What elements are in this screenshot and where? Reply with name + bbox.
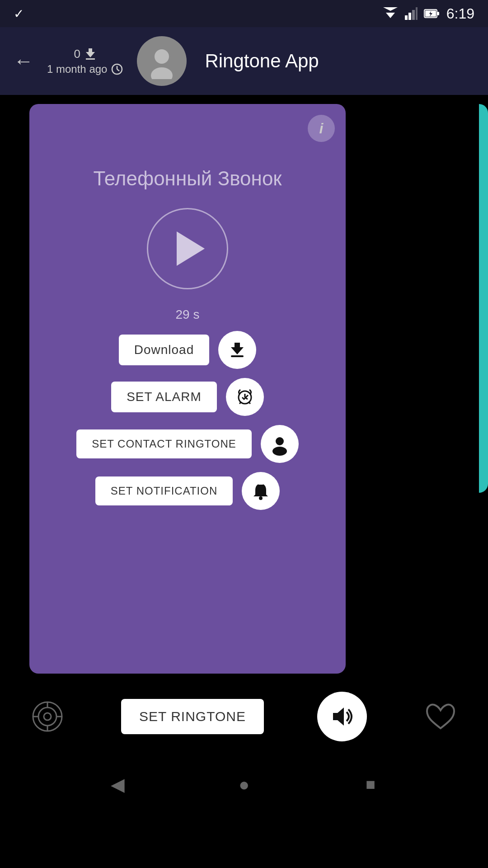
svg-rect-11 <box>86 58 95 60</box>
svg-line-14 <box>117 69 119 71</box>
svg-rect-2 <box>405 15 408 20</box>
alarm-icon <box>233 385 257 409</box>
download-button[interactable]: Download <box>119 335 210 365</box>
status-check-icon: ✓ <box>14 6 24 21</box>
svg-point-16 <box>151 67 173 79</box>
alarm-circle-button[interactable] <box>226 378 264 416</box>
set-ringtone-button[interactable]: SET RINGTONE <box>121 699 264 734</box>
battery-icon <box>424 9 440 19</box>
speaker-icon <box>328 703 356 730</box>
favorite-button[interactable] <box>420 696 461 737</box>
download-circle-button[interactable] <box>218 331 256 369</box>
set-contact-ringtone-row: SET CONTACT RINGTONE <box>47 425 328 463</box>
speaker-button[interactable] <box>317 692 367 741</box>
svg-point-15 <box>155 49 169 64</box>
svg-marker-1 <box>383 7 398 11</box>
next-card-peek <box>479 104 488 493</box>
header-meta: 0 1 month ago <box>47 47 123 75</box>
nav-back-button[interactable]: ◀ <box>102 769 133 800</box>
play-button[interactable] <box>147 208 228 289</box>
signal-icon <box>405 7 418 20</box>
set-notification-row: SET NOTIFICATION <box>47 472 328 510</box>
share-button[interactable] <box>27 696 68 737</box>
avatar-image <box>144 43 180 79</box>
svg-rect-8 <box>437 12 439 15</box>
heart-icon <box>425 702 456 731</box>
svg-rect-4 <box>412 10 415 20</box>
set-contact-ringtone-button[interactable]: SET CONTACT RINGTONE <box>76 429 252 458</box>
nav-recents-button[interactable]: ■ <box>355 769 386 800</box>
nav-home-icon: ● <box>239 774 249 795</box>
svg-marker-35 <box>333 708 344 726</box>
info-icon: i <box>319 120 324 137</box>
clock-icon <box>111 63 123 75</box>
svg-rect-31 <box>258 482 263 485</box>
bell-icon <box>249 479 272 503</box>
nav-bar: ◀ ● ■ <box>0 760 488 809</box>
app-title: Ringtone App <box>205 50 319 72</box>
svg-rect-19 <box>231 355 244 357</box>
status-bar: ✓ 6:19 <box>0 0 488 27</box>
nav-recents-icon: ■ <box>366 775 375 794</box>
notification-circle-button[interactable] <box>242 472 280 510</box>
duration-label: 29 s <box>176 307 200 322</box>
set-notification-button[interactable]: SET NOTIFICATION <box>95 476 233 505</box>
bottom-action-bar: SET RINGTONE <box>0 683 488 760</box>
svg-rect-3 <box>408 13 411 20</box>
svg-marker-10 <box>86 48 95 57</box>
svg-point-27 <box>276 437 284 445</box>
info-button[interactable]: i <box>308 115 335 142</box>
main-content: i Телефонный Звонок 29 s Download SET AL… <box>0 95 488 683</box>
ringtone-card: i Телефонный Звонок 29 s Download SET AL… <box>29 104 346 674</box>
header-time-ago: 1 month ago <box>47 63 123 75</box>
play-icon <box>177 231 205 266</box>
share-icon <box>29 698 66 735</box>
svg-marker-0 <box>386 13 395 18</box>
set-alarm-row: SET ALARM <box>47 378 328 416</box>
download-row: Download <box>47 331 328 369</box>
svg-point-33 <box>38 708 56 726</box>
status-time: 6:19 <box>446 5 474 22</box>
header-downloads: 0 <box>74 47 96 61</box>
contact-circle-button[interactable] <box>261 425 299 463</box>
set-alarm-button[interactable]: SET ALARM <box>111 382 217 412</box>
song-title: Телефонный Звонок <box>93 167 282 190</box>
nav-back-icon: ◀ <box>111 774 125 795</box>
download-icon <box>226 339 248 361</box>
svg-rect-5 <box>416 7 418 20</box>
svg-point-34 <box>44 713 51 720</box>
header: ← 0 1 month ago Ringtone App <box>0 27 488 95</box>
svg-point-28 <box>272 447 287 456</box>
nav-home-button[interactable]: ● <box>228 769 260 800</box>
avatar <box>137 36 187 86</box>
svg-point-30 <box>259 496 263 500</box>
contact-icon <box>268 432 291 456</box>
wifi-icon <box>382 7 399 20</box>
back-button[interactable]: ← <box>14 51 33 71</box>
download-count-icon <box>84 47 97 60</box>
